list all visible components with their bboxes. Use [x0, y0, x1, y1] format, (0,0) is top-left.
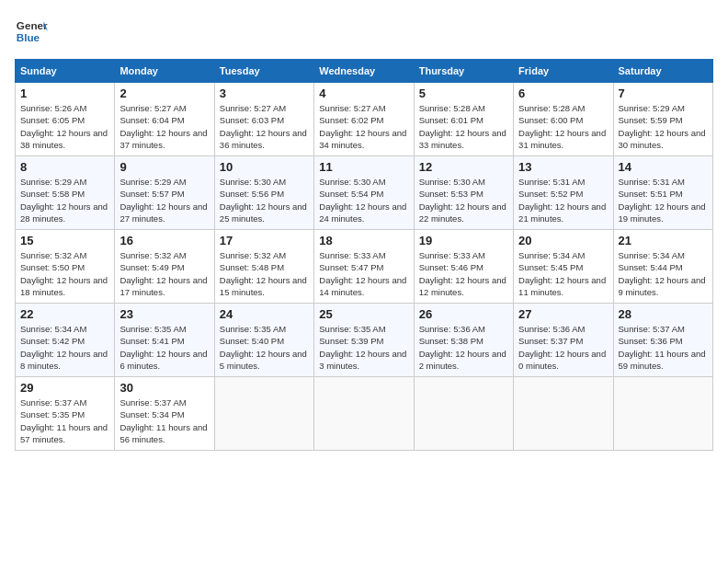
weekday-header-cell: Tuesday	[214, 60, 313, 83]
day-info: Sunrise: 5:37 AMSunset: 5:35 PMDaylight:…	[20, 397, 108, 444]
day-number: 11	[319, 160, 408, 174]
calendar-day-cell: 8 Sunrise: 5:29 AMSunset: 5:58 PMDayligh…	[16, 156, 115, 230]
page-header: General Blue	[15, 15, 713, 48]
calendar-day-cell: 28 Sunrise: 5:37 AMSunset: 5:36 PMDaylig…	[613, 304, 712, 377]
calendar-day-cell: 1 Sunrise: 5:26 AMSunset: 6:05 PMDayligh…	[16, 83, 115, 156]
calendar-day-cell: 12 Sunrise: 5:30 AMSunset: 5:53 PMDaylig…	[414, 156, 513, 230]
day-info: Sunrise: 5:31 AMSunset: 5:52 PMDaylight:…	[518, 177, 606, 224]
calendar-week-row: 15 Sunrise: 5:32 AMSunset: 5:50 PMDaylig…	[16, 230, 713, 304]
day-info: Sunrise: 5:35 AMSunset: 5:41 PMDaylight:…	[119, 324, 207, 371]
calendar-day-cell: 15 Sunrise: 5:32 AMSunset: 5:50 PMDaylig…	[16, 230, 115, 304]
day-number: 8	[20, 160, 109, 174]
day-info: Sunrise: 5:37 AMSunset: 5:36 PMDaylight:…	[619, 324, 706, 371]
calendar-day-cell: 17 Sunrise: 5:32 AMSunset: 5:48 PMDaylig…	[214, 230, 313, 304]
day-info: Sunrise: 5:32 AMSunset: 5:50 PMDaylight:…	[20, 250, 108, 297]
calendar-week-row: 1 Sunrise: 5:26 AMSunset: 6:05 PMDayligh…	[16, 83, 713, 156]
day-info: Sunrise: 5:31 AMSunset: 5:51 PMDaylight:…	[619, 177, 706, 224]
day-number: 19	[419, 234, 508, 247]
day-number: 28	[619, 307, 708, 321]
calendar-day-cell: 20 Sunrise: 5:34 AMSunset: 5:45 PMDaylig…	[514, 230, 613, 304]
weekday-header-cell: Monday	[115, 60, 214, 83]
day-number: 14	[619, 160, 708, 174]
calendar-day-cell: 25 Sunrise: 5:35 AMSunset: 5:39 PMDaylig…	[314, 304, 414, 377]
calendar-day-cell: 16 Sunrise: 5:32 AMSunset: 5:49 PMDaylig…	[115, 230, 214, 304]
weekday-header-cell: Sunday	[16, 60, 115, 83]
calendar-table: SundayMondayTuesdayWednesdayThursdayFrid…	[15, 59, 713, 451]
day-number: 25	[319, 307, 408, 321]
calendar-week-row: 8 Sunrise: 5:29 AMSunset: 5:58 PMDayligh…	[16, 156, 713, 230]
day-info: Sunrise: 5:34 AMSunset: 5:45 PMDaylight:…	[518, 250, 606, 297]
day-number: 29	[20, 381, 109, 395]
weekday-header-cell: Wednesday	[314, 60, 414, 83]
day-number: 15	[20, 234, 109, 247]
calendar-day-cell: 10 Sunrise: 5:30 AMSunset: 5:56 PMDaylig…	[214, 156, 313, 230]
day-number: 6	[518, 86, 608, 100]
day-info: Sunrise: 5:30 AMSunset: 5:53 PMDaylight:…	[419, 177, 506, 224]
day-info: Sunrise: 5:27 AMSunset: 6:04 PMDaylight:…	[119, 103, 207, 150]
calendar-week-row: 29 Sunrise: 5:37 AMSunset: 5:35 PMDaylig…	[16, 377, 713, 451]
calendar-day-cell	[613, 377, 712, 451]
day-number: 22	[20, 307, 109, 321]
day-number: 26	[419, 307, 508, 321]
calendar-day-cell: 11 Sunrise: 5:30 AMSunset: 5:54 PMDaylig…	[314, 156, 414, 230]
day-info: Sunrise: 5:32 AMSunset: 5:49 PMDaylight:…	[119, 250, 207, 297]
calendar-day-cell: 27 Sunrise: 5:36 AMSunset: 5:37 PMDaylig…	[514, 304, 613, 377]
day-info: Sunrise: 5:28 AMSunset: 6:00 PMDaylight:…	[518, 103, 606, 150]
weekday-header-cell: Thursday	[414, 60, 513, 83]
day-info: Sunrise: 5:29 AMSunset: 5:59 PMDaylight:…	[619, 103, 706, 150]
calendar-day-cell	[214, 377, 313, 451]
svg-text:Blue: Blue	[17, 31, 40, 43]
day-number: 13	[518, 160, 608, 174]
day-number: 21	[619, 234, 708, 247]
day-info: Sunrise: 5:36 AMSunset: 5:37 PMDaylight:…	[518, 324, 606, 371]
day-number: 10	[220, 160, 309, 174]
calendar-day-cell: 23 Sunrise: 5:35 AMSunset: 5:41 PMDaylig…	[115, 304, 214, 377]
day-number: 3	[220, 86, 309, 100]
calendar-day-cell: 4 Sunrise: 5:27 AMSunset: 6:02 PMDayligh…	[314, 83, 414, 156]
weekday-header-row: SundayMondayTuesdayWednesdayThursdayFrid…	[16, 60, 713, 83]
day-info: Sunrise: 5:27 AMSunset: 6:02 PMDaylight:…	[319, 103, 406, 150]
day-info: Sunrise: 5:29 AMSunset: 5:58 PMDaylight:…	[20, 177, 108, 224]
calendar-day-cell	[514, 377, 613, 451]
day-info: Sunrise: 5:36 AMSunset: 5:38 PMDaylight:…	[419, 324, 506, 371]
day-number: 18	[319, 234, 408, 247]
day-info: Sunrise: 5:34 AMSunset: 5:42 PMDaylight:…	[20, 324, 108, 371]
calendar-week-row: 22 Sunrise: 5:34 AMSunset: 5:42 PMDaylig…	[16, 304, 713, 377]
day-info: Sunrise: 5:33 AMSunset: 5:46 PMDaylight:…	[419, 250, 506, 297]
calendar-day-cell: 7 Sunrise: 5:29 AMSunset: 5:59 PMDayligh…	[613, 83, 712, 156]
calendar-day-cell: 18 Sunrise: 5:33 AMSunset: 5:47 PMDaylig…	[314, 230, 414, 304]
day-number: 24	[220, 307, 309, 321]
day-info: Sunrise: 5:30 AMSunset: 5:54 PMDaylight:…	[319, 177, 406, 224]
calendar-day-cell: 19 Sunrise: 5:33 AMSunset: 5:46 PMDaylig…	[414, 230, 513, 304]
calendar-day-cell: 2 Sunrise: 5:27 AMSunset: 6:04 PMDayligh…	[115, 83, 214, 156]
weekday-header-cell: Friday	[514, 60, 613, 83]
day-info: Sunrise: 5:29 AMSunset: 5:57 PMDaylight:…	[119, 177, 207, 224]
day-number: 9	[119, 160, 209, 174]
day-number: 17	[220, 234, 309, 247]
day-number: 30	[119, 381, 209, 395]
calendar-day-cell: 26 Sunrise: 5:36 AMSunset: 5:38 PMDaylig…	[414, 304, 513, 377]
day-info: Sunrise: 5:28 AMSunset: 6:01 PMDaylight:…	[419, 103, 506, 150]
calendar-day-cell: 29 Sunrise: 5:37 AMSunset: 5:35 PMDaylig…	[16, 377, 115, 451]
calendar-day-cell: 24 Sunrise: 5:35 AMSunset: 5:40 PMDaylig…	[214, 304, 313, 377]
logo: General Blue	[15, 15, 48, 48]
day-info: Sunrise: 5:26 AMSunset: 6:05 PMDaylight:…	[20, 103, 108, 150]
day-number: 12	[419, 160, 508, 174]
calendar-day-cell: 3 Sunrise: 5:27 AMSunset: 6:03 PMDayligh…	[214, 83, 313, 156]
day-info: Sunrise: 5:32 AMSunset: 5:48 PMDaylight:…	[220, 250, 307, 297]
calendar-day-cell: 9 Sunrise: 5:29 AMSunset: 5:57 PMDayligh…	[115, 156, 214, 230]
calendar-day-cell: 22 Sunrise: 5:34 AMSunset: 5:42 PMDaylig…	[16, 304, 115, 377]
calendar-body: 1 Sunrise: 5:26 AMSunset: 6:05 PMDayligh…	[16, 83, 713, 451]
calendar-day-cell: 30 Sunrise: 5:37 AMSunset: 5:34 PMDaylig…	[115, 377, 214, 451]
day-info: Sunrise: 5:27 AMSunset: 6:03 PMDaylight:…	[220, 103, 307, 150]
day-number: 23	[119, 307, 209, 321]
calendar-day-cell: 5 Sunrise: 5:28 AMSunset: 6:01 PMDayligh…	[414, 83, 513, 156]
logo-icon: General Blue	[15, 15, 48, 48]
day-info: Sunrise: 5:33 AMSunset: 5:47 PMDaylight:…	[319, 250, 406, 297]
day-number: 27	[518, 307, 608, 321]
day-number: 7	[619, 86, 708, 100]
day-number: 20	[518, 234, 608, 247]
day-info: Sunrise: 5:35 AMSunset: 5:40 PMDaylight:…	[220, 324, 307, 371]
day-number: 16	[119, 234, 209, 247]
day-info: Sunrise: 5:37 AMSunset: 5:34 PMDaylight:…	[119, 397, 207, 444]
